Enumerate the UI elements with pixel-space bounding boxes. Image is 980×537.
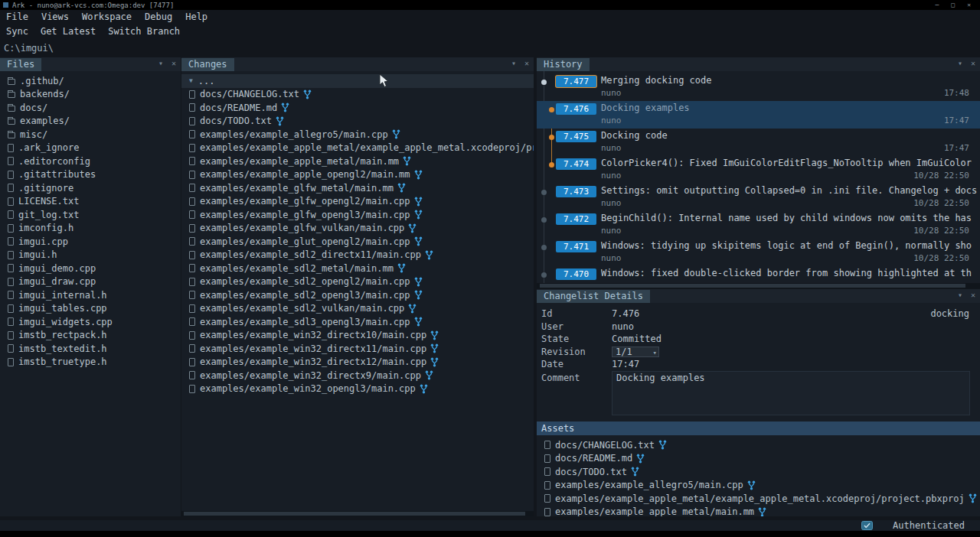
file-tree-item[interactable]: .editorconfig: [0, 155, 181, 168]
changeset-badge[interactable]: 7.470: [556, 268, 596, 280]
history-row[interactable]: 7.473 Settings: omit outputting Collapse…: [537, 184, 980, 211]
asset-row[interactable]: docs/CHANGELOG.txt: [537, 438, 980, 452]
file-tree-item[interactable]: imstb_truetype.h: [0, 356, 181, 369]
file-tree-item[interactable]: .gitattributes: [0, 168, 181, 182]
asset-row[interactable]: examples/example_apple_metal/example_app…: [537, 492, 980, 506]
close-button[interactable]: ✕: [967, 2, 971, 8]
file-tree-item[interactable]: backends/: [0, 88, 181, 102]
changeset-badge[interactable]: 7.476: [556, 103, 596, 115]
detail-value[interactable]: Docking examples: [612, 371, 970, 415]
changeset-badge[interactable]: 7.472: [556, 213, 596, 225]
history-hscrollbar[interactable]: [537, 283, 980, 288]
changed-file-row[interactable]: examples/example_win32_directx11/main.cp…: [181, 342, 534, 356]
changed-file-row[interactable]: docs/TODO.txt: [181, 115, 534, 129]
changeset-badge[interactable]: 7.471: [556, 241, 596, 252]
file-tree-item[interactable]: imgui_draw.cpp: [0, 275, 181, 289]
file-tree-item[interactable]: imconfig.h: [0, 222, 181, 236]
close-panel-icon[interactable]: ✕: [971, 59, 975, 67]
files-panel-title[interactable]: Files: [0, 58, 41, 71]
changed-file-row[interactable]: examples/example_glfw_metal/main.mm: [181, 181, 534, 195]
file-tree-item[interactable]: LICENSE.txt: [0, 195, 181, 209]
toolbar-button[interactable]: Switch Branch: [108, 26, 180, 37]
filter-icon[interactable]: ▾: [958, 59, 962, 67]
changes-root-row[interactable]: ▼ ...: [181, 74, 534, 88]
file-tree-item[interactable]: imgui_widgets.cpp: [0, 315, 181, 329]
detail-value[interactable]: 7.476: [612, 308, 639, 319]
history-row[interactable]: 7.470 Windows: fixed double-clicked bord…: [537, 266, 980, 283]
file-tree-item[interactable]: .github/: [0, 74, 181, 88]
file-tree-item[interactable]: imgui_tables.cpp: [0, 302, 181, 316]
history-row[interactable]: 7.472 BeginChild(): Internal name used b…: [537, 211, 980, 239]
changed-file-row[interactable]: examples/example_glfw_opengl2/main.cpp: [181, 195, 534, 209]
menu-item[interactable]: File: [6, 11, 28, 22]
changed-file-row[interactable]: examples/example_win32_directx9/main.cpp: [181, 369, 534, 382]
scrollbar-thumb[interactable]: [184, 512, 525, 516]
changed-file-row[interactable]: docs/CHANGELOG.txt: [181, 88, 534, 102]
changes-hscrollbar[interactable]: [181, 511, 534, 516]
file-tree-item[interactable]: misc/: [0, 128, 181, 142]
changed-file-row[interactable]: examples/example_glfw_opengl3/main.cpp: [181, 208, 534, 222]
changed-file-row[interactable]: examples/example_sdl2_vulkan/main.cpp: [181, 302, 534, 316]
file-tree-item[interactable]: imgui.cpp: [0, 235, 181, 249]
detail-value[interactable]: Committed: [612, 334, 662, 344]
changed-file-row[interactable]: examples/example_sdl2_opengl2/main.cpp: [181, 275, 534, 289]
changed-file-row[interactable]: examples/example_apple_metal/main.mm: [181, 155, 534, 168]
toolbar-button[interactable]: Get Latest: [41, 26, 96, 37]
changeset-badge[interactable]: 7.475: [556, 131, 596, 142]
file-tree-item[interactable]: imgui_internal.h: [0, 288, 181, 302]
detail-value[interactable]: nuno: [612, 321, 634, 332]
changed-file-row[interactable]: examples/example_glfw_vulkan/main.cpp: [181, 222, 534, 236]
scrollbar-thumb[interactable]: [540, 284, 965, 288]
changeset-badge[interactable]: 7.477: [556, 76, 596, 87]
asset-row[interactable]: docs/README.md: [537, 452, 980, 466]
filter-icon[interactable]: ▾: [511, 59, 516, 67]
menu-item[interactable]: Views: [41, 11, 69, 22]
history-panel-title[interactable]: History: [537, 58, 590, 71]
close-panel-icon[interactable]: ✕: [524, 59, 529, 67]
changed-file-row[interactable]: examples/example_sdl2_directx11/main.cpp: [181, 249, 534, 262]
menu-item[interactable]: Help: [185, 11, 207, 22]
changed-file-row[interactable]: examples/example_glut_opengl2/main.cpp: [181, 235, 534, 249]
toolbar-button[interactable]: Sync: [6, 26, 28, 37]
changed-file-row[interactable]: examples/example_allegro5/main.cpp: [181, 128, 534, 142]
changed-file-row[interactable]: examples/example_win32_directx10/main.cp…: [181, 329, 534, 343]
close-panel-icon[interactable]: ✕: [971, 291, 975, 299]
changes-panel-title[interactable]: Changes: [181, 58, 234, 71]
file-tree-item[interactable]: .ark_ignore: [0, 142, 181, 155]
minimize-button[interactable]: ─: [936, 2, 939, 8]
detail-value[interactable]: 17:47: [612, 359, 639, 369]
changeset-badge[interactable]: 7.473: [556, 186, 596, 197]
changed-file-row[interactable]: examples/example_sdl2_opengl3/main.cpp: [181, 288, 534, 302]
changed-file-row[interactable]: examples/example_apple_metal/example_app…: [181, 142, 534, 155]
assets-panel-header[interactable]: Assets: [537, 421, 980, 435]
history-row[interactable]: 7.477 Merging docking code nuno 17:48: [537, 73, 980, 101]
changed-file-row[interactable]: examples/example_win32_opengl3/main.cpp: [181, 382, 534, 396]
menu-item[interactable]: Workspace: [82, 11, 132, 22]
asset-row[interactable]: examples/example_apple_metal/main.mm: [537, 506, 980, 517]
asset-row[interactable]: docs/TODO.txt: [537, 465, 980, 479]
filter-icon[interactable]: ▾: [958, 291, 962, 299]
close-panel-icon[interactable]: ✕: [172, 59, 176, 67]
file-tree-item[interactable]: examples/: [0, 115, 181, 129]
file-tree-item[interactable]: .gitignore: [0, 181, 181, 195]
changed-file-row[interactable]: docs/README.md: [181, 101, 534, 115]
filter-icon[interactable]: ▾: [158, 59, 163, 67]
history-row[interactable]: 7.476 Docking examples nuno 17:47: [537, 101, 980, 129]
history-row[interactable]: 7.475 Docking code nuno 17:47: [537, 129, 980, 156]
file-tree-item[interactable]: imstb_textedit.h: [0, 342, 181, 356]
file-tree-item[interactable]: imstb_rectpack.h: [0, 329, 181, 343]
changed-file-row[interactable]: examples/example_sdl3_opengl3/main.cpp: [181, 315, 534, 329]
file-tree-item[interactable]: imgui_demo.cpp: [0, 262, 181, 275]
asset-row[interactable]: examples/example_allegro5/main.cpp: [537, 479, 980, 493]
details-panel-title[interactable]: Changelist Details: [537, 290, 650, 303]
detail-value[interactable]: 1/1: [612, 347, 659, 357]
changed-file-row[interactable]: examples/example_win32_directx12/main.cp…: [181, 356, 534, 369]
file-tree-item[interactable]: git_log.txt: [0, 208, 181, 222]
changeset-badge[interactable]: 7.474: [556, 158, 596, 170]
menu-item[interactable]: Debug: [145, 11, 172, 22]
changed-file-row[interactable]: examples/example_apple_opengl2/main.mm: [181, 168, 534, 182]
history-row[interactable]: 7.471 Windows: tidying up skipitems logi…: [537, 239, 980, 266]
history-row[interactable]: 7.474 ColorPicker4(): Fixed ImGuiColorEd…: [537, 156, 980, 184]
expander-icon[interactable]: ▼: [189, 77, 193, 84]
file-tree-item[interactable]: docs/: [0, 101, 181, 115]
